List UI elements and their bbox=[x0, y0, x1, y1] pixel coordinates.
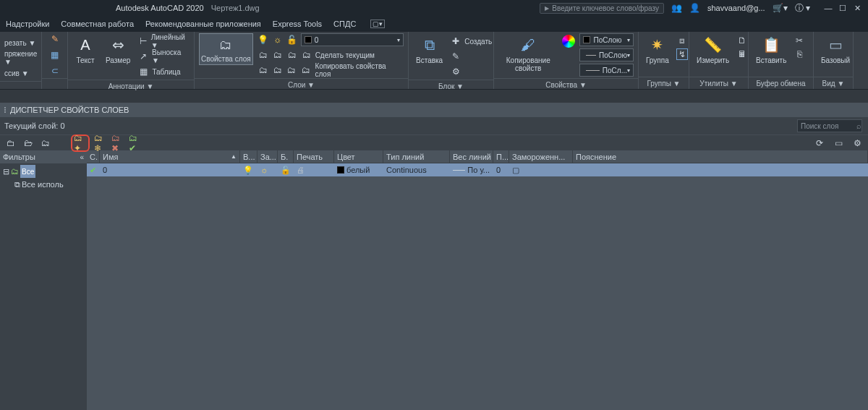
layer-tool-8-icon[interactable]: 🗂 bbox=[300, 64, 312, 76]
layer-dropdown[interactable]: 0 ▾ bbox=[301, 33, 404, 46]
insert-block-button[interactable]: ⧉ Вставка bbox=[413, 33, 446, 66]
layer-tool-1-icon[interactable]: 🗂 bbox=[258, 49, 269, 61]
base-view-button[interactable]: ▭ Базовый bbox=[818, 33, 853, 66]
cell-plotfrozen[interactable]: ▢ bbox=[509, 163, 573, 176]
match-properties-button[interactable]: 🖌 Копирование свойств bbox=[498, 33, 558, 74]
maximize-button[interactable]: ☐ bbox=[838, 4, 848, 13]
panel-groups-label[interactable]: Группы ▼ bbox=[639, 77, 689, 89]
layer-search-input[interactable]: Поиск слоя bbox=[797, 119, 862, 132]
set-current-layer-icon[interactable]: 🗂✔ bbox=[129, 137, 142, 150]
col-lineweight[interactable]: Вес линий bbox=[450, 150, 493, 163]
boundary-icon[interactable]: ⊂ bbox=[49, 65, 61, 77]
lock-open-icon[interactable]: 🔓 bbox=[281, 166, 291, 175]
cell-linetype[interactable]: Continuous bbox=[383, 163, 450, 176]
lineweight-bylayer-dropdown[interactable]: ПоСл...▾ bbox=[579, 64, 634, 77]
layer-states-icon[interactable]: 🗂 bbox=[39, 137, 52, 150]
gripper-icon[interactable] bbox=[4, 107, 6, 113]
ungroup-icon[interactable]: ⧈ bbox=[676, 35, 688, 46]
col-transp[interactable]: П... bbox=[493, 150, 509, 163]
array-button[interactable]: ссив ▼ bbox=[4, 67, 37, 80]
col-description[interactable]: Пояснение bbox=[573, 150, 868, 163]
col-on[interactable]: В... bbox=[240, 150, 258, 163]
new-layer-highlighted[interactable]: 🗂✦ bbox=[71, 134, 90, 152]
tree-node-used[interactable]: ⧉ Все исполь bbox=[1, 178, 85, 191]
panel-block-label[interactable]: Блок ▼ bbox=[409, 80, 493, 92]
panel-properties-label[interactable]: Свойства ▼ bbox=[494, 78, 638, 90]
text-button[interactable]: A Текст bbox=[72, 33, 98, 66]
col-print[interactable]: Печать bbox=[294, 150, 334, 163]
new-layer-icon[interactable]: 🗂✦ bbox=[74, 137, 87, 150]
color-bylayer-dropdown[interactable]: ПоСлою▾ bbox=[579, 33, 634, 46]
copy-layer-props-button[interactable]: Копировать свойства слоя bbox=[315, 62, 404, 78]
account-name[interactable]: shavvaand@g... bbox=[707, 4, 765, 12]
minimize-button[interactable]: — bbox=[823, 4, 833, 13]
panel-utilities-label[interactable]: Утилиты ▼ bbox=[689, 77, 748, 89]
cell-lineweight[interactable]: По у... bbox=[450, 163, 493, 176]
layer-tool-2-icon[interactable]: 🗂 bbox=[272, 49, 284, 61]
cart-icon[interactable]: 🛒▾ bbox=[773, 3, 788, 13]
sun-icon[interactable]: ☼ bbox=[260, 166, 268, 174]
panel-view-label[interactable]: Вид ▼ bbox=[814, 77, 853, 89]
group-button[interactable]: ✷ Группа bbox=[643, 33, 672, 66]
help-icon[interactable]: ⓘ ▾ bbox=[795, 2, 810, 14]
tab-spds[interactable]: СПДС bbox=[333, 20, 356, 28]
settings-icon[interactable]: ▭ bbox=[832, 137, 845, 150]
layer-tool-4-icon[interactable]: 🗂 bbox=[301, 49, 312, 61]
layer-properties-button[interactable]: 🗂 Свойства слоя bbox=[199, 33, 253, 65]
util-1-icon[interactable]: 🗋 bbox=[736, 35, 748, 46]
signin-icon[interactable]: 👥 bbox=[671, 3, 682, 13]
cell-transp[interactable]: 0 bbox=[493, 163, 509, 176]
cut-icon[interactable]: ✂ bbox=[793, 35, 805, 46]
dimension-button[interactable]: ⇔ Размер bbox=[103, 33, 133, 66]
cell-color[interactable]: белый bbox=[334, 163, 383, 176]
featured-apps-icon[interactable]: ▢▾ bbox=[370, 20, 385, 28]
paste-button[interactable]: 📋 Вставить bbox=[753, 33, 789, 66]
cell-description[interactable] bbox=[573, 163, 868, 176]
layer-row-0[interactable]: ✔ 0 💡 ☼ 🔓 🖨 белый Continuous По у... 0 ▢ bbox=[87, 163, 868, 176]
tab-featured[interactable]: Рекомендованные приложения bbox=[145, 20, 261, 28]
util-2-icon[interactable]: 🖩 bbox=[736, 48, 748, 60]
col-color[interactable]: Цвет bbox=[334, 150, 383, 163]
copy-icon[interactable]: ⎘ bbox=[793, 48, 805, 60]
col-lock[interactable]: Б. bbox=[278, 150, 294, 163]
linetype-bylayer-dropdown[interactable]: ПоСлою▾ bbox=[579, 48, 634, 61]
block-attr-button[interactable]: ⚙ bbox=[450, 65, 492, 78]
new-group-filter-icon[interactable]: 🗁 bbox=[22, 137, 35, 150]
new-filter-icon[interactable]: 🗀 bbox=[4, 137, 17, 150]
color-wheel-icon[interactable] bbox=[562, 35, 575, 48]
col-freeze[interactable]: За... bbox=[258, 150, 278, 163]
tree-node-all[interactable]: ⊟ 🗂 Все bbox=[1, 165, 85, 178]
panel-clipboard-label[interactable]: Буфер обмена bbox=[749, 77, 813, 89]
edit-block-button[interactable]: ✎ bbox=[450, 50, 492, 63]
linear-dim-button[interactable]: ⊢Линейный ▼ bbox=[137, 35, 190, 48]
group-edit-icon[interactable]: ↯ bbox=[676, 48, 688, 60]
delete-layer-icon[interactable]: 🗂✖ bbox=[111, 137, 124, 150]
tab-express[interactable]: Express Tools bbox=[273, 20, 322, 28]
tab-addins[interactable]: Надстройки bbox=[6, 20, 49, 28]
new-layer-frozen-icon[interactable]: 🗂❄ bbox=[94, 137, 107, 150]
layer-tool-5-icon[interactable]: 🗂 bbox=[258, 64, 269, 76]
hatch-icon[interactable]: ▦ bbox=[49, 49, 61, 61]
cell-name[interactable]: 0 bbox=[100, 163, 240, 176]
trim-button[interactable]: резать ▼ bbox=[4, 36, 37, 49]
tab-collab[interactable]: Совместная работа bbox=[61, 20, 134, 28]
close-button[interactable]: ✕ bbox=[852, 4, 862, 13]
layer-manager-titlebar[interactable]: ДИСПЕТЧЕР СВОЙСТВ СЛОЕВ bbox=[0, 103, 868, 117]
eraser-icon[interactable]: ✎ bbox=[49, 33, 61, 45]
keyword-search[interactable]: ▶ Введите ключевое слово/фразу bbox=[540, 3, 664, 14]
panel-annotations-label[interactable]: Аннотации ▼ bbox=[68, 80, 194, 92]
layer-tool-3-icon[interactable]: 🗂 bbox=[286, 49, 298, 61]
table-button[interactable]: ▦Таблица bbox=[137, 65, 190, 78]
layer-tool-6-icon[interactable]: 🗂 bbox=[272, 64, 284, 76]
printer-icon[interactable]: 🖨 bbox=[297, 166, 305, 174]
bulb-icon[interactable]: 💡 bbox=[243, 166, 253, 175]
col-plotfrozen[interactable]: Замороженн... bbox=[509, 150, 573, 163]
user-icon[interactable]: 👤 bbox=[689, 3, 700, 13]
expander-icon[interactable]: ⊟ bbox=[3, 167, 9, 176]
gear-icon[interactable]: ⚙ bbox=[851, 137, 864, 150]
refresh-icon[interactable]: ⟳ bbox=[813, 137, 826, 150]
collapse-filters-button[interactable]: « bbox=[80, 153, 84, 161]
panel-layers-label[interactable]: Слои ▼ bbox=[195, 78, 408, 90]
create-block-button[interactable]: ✚Создать bbox=[450, 35, 492, 48]
fillet-button[interactable]: пряжение ▼ bbox=[4, 51, 37, 64]
